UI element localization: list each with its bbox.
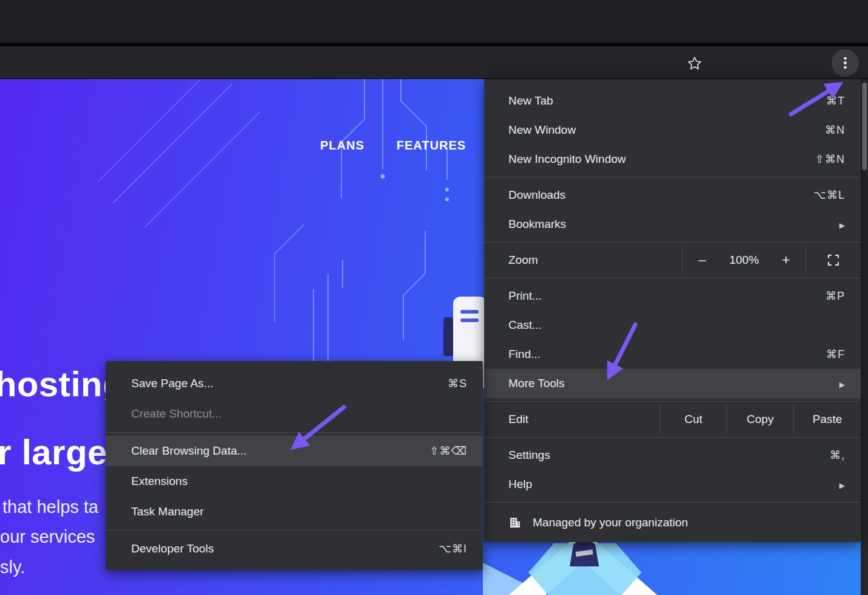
menu-item-label: Settings [508, 449, 550, 462]
menu-item-label: Find... [508, 348, 541, 361]
edit-paste-button[interactable]: Paste [793, 405, 861, 434]
menu-item-label: Help [508, 478, 532, 491]
fullscreen-icon [827, 253, 840, 267]
menu-item-downloads[interactable]: Downloads ⌥⌘L [484, 181, 861, 210]
menu-item-help[interactable]: Help [484, 470, 861, 499]
menu-item-label: Clear Browsing Data... [131, 444, 247, 458]
browser-menu-button[interactable] [832, 49, 859, 77]
edit-label: Edit [508, 413, 528, 426]
menu-item-shortcut: ⌘T [826, 94, 845, 108]
menu-item-shortcut: ⌥⌘I [439, 542, 467, 555]
menu-separator [484, 177, 861, 177]
menu-item-cast[interactable]: Cast... [484, 311, 861, 340]
menu-separator [106, 432, 483, 433]
menu-item-bookmarks[interactable]: Bookmarks [484, 210, 861, 239]
menu-item-label: New Incognito Window [508, 153, 626, 166]
star-outline-glyph [686, 55, 703, 72]
menu-item-label: Bookmarks [508, 218, 566, 231]
submenu-item-clear-browsing-data[interactable]: Clear Browsing Data... ⇧⌘⌫ [106, 436, 483, 466]
fullscreen-button[interactable] [806, 246, 861, 275]
menu-item-shortcut: ⌘F [826, 348, 845, 361]
menu-item-new-tab[interactable]: New Tab ⌘T [484, 86, 861, 115]
chevron-right-icon [839, 377, 845, 390]
page-scrollbar-track[interactable] [861, 79, 868, 595]
menu-separator [484, 437, 861, 438]
menu-item-label: Managed by your organization [533, 516, 688, 529]
organization-building-icon [508, 516, 522, 529]
menu-item-shortcut: ⌘P [825, 289, 845, 303]
zoom-label: Zoom [508, 253, 538, 267]
menu-item-label: Developer Tools [131, 542, 214, 555]
submenu-item-extensions[interactable]: Extensions [106, 466, 483, 497]
bookmark-star-icon[interactable] [685, 53, 704, 73]
menu-item-new-window[interactable]: New Window ⌘N [484, 115, 861, 145]
menu-item-label: New Tab [508, 94, 553, 108]
menu-item-label: More Tools [508, 377, 565, 390]
menu-item-label: New Window [508, 123, 576, 137]
submenu-item-create-shortcut: Create Shortcut... [106, 399, 483, 429]
menu-item-more-tools[interactable]: More Tools [484, 369, 861, 398]
menu-item-label: Save Page As... [131, 377, 213, 390]
hero-heading-line2: r large [0, 432, 108, 472]
menu-item-shortcut: ⌘, [830, 449, 845, 462]
menu-item-new-incognito-window[interactable]: New Incognito Window ⇧⌘N [484, 145, 861, 174]
zoom-level-value: 100% [722, 253, 767, 267]
menu-item-managed-by-organization[interactable]: Managed by your organization [484, 506, 861, 540]
menu-item-shortcut: ⌘S [448, 377, 467, 390]
more-tools-submenu: Save Page As... ⌘S Create Shortcut... Cl… [106, 361, 483, 570]
zoom-out-button[interactable]: – [683, 246, 722, 275]
menu-item-label: Create Shortcut... [131, 407, 222, 421]
submenu-item-save-page-as[interactable]: Save Page As... ⌘S [106, 368, 483, 399]
kebab-dot [844, 61, 847, 64]
menu-separator [484, 242, 861, 242]
menu-item-shortcut: ⌥⌘L [813, 188, 845, 202]
edit-cut-button[interactable]: Cut [660, 405, 726, 434]
menu-separator [484, 401, 861, 402]
submenu-item-developer-tools[interactable]: Developer Tools ⌥⌘I [106, 534, 483, 564]
site-nav: PLANS FEATURES [320, 139, 466, 153]
browser-toolbar [0, 46, 868, 79]
browser-tab-strip [0, 0, 868, 44]
chevron-right-icon [839, 218, 845, 231]
menu-item-label: Cast... [508, 318, 542, 332]
menu-item-shortcut: ⌘N [825, 123, 845, 137]
menu-item-shortcut: ⇧⌘⌫ [429, 444, 467, 458]
kebab-dot [844, 66, 847, 69]
hero-paragraph-line1: that helps ta [2, 497, 98, 517]
menu-item-edit: Edit Cut Copy Paste [484, 405, 861, 434]
chevron-right-icon [839, 478, 845, 491]
menu-item-settings[interactable]: Settings ⌘, [484, 441, 861, 470]
menu-item-find[interactable]: Find... ⌘F [484, 340, 861, 369]
hero-paragraph-line2: our services [0, 527, 95, 547]
menu-item-label: Extensions [131, 475, 188, 488]
menu-separator [484, 278, 861, 278]
zoom-in-button[interactable]: + [767, 246, 805, 275]
page-scrollbar-thumb[interactable] [862, 83, 867, 170]
menu-item-label: Print... [508, 289, 542, 303]
kebab-dot [844, 57, 847, 60]
edit-copy-button[interactable]: Copy [726, 405, 793, 434]
nav-plans-link[interactable]: PLANS [320, 139, 364, 153]
menu-separator [106, 530, 483, 531]
hero-paragraph-line3: sly. [0, 557, 25, 577]
menu-item-label: Task Manager [131, 505, 203, 518]
menu-item-label: Downloads [508, 188, 566, 202]
chrome-main-menu: New Tab ⌘T New Window ⌘N New Incognito W… [484, 79, 861, 542]
edit-actions: Cut Copy Paste [660, 405, 861, 434]
nav-features-link[interactable]: FEATURES [397, 139, 466, 153]
menu-item-zoom: Zoom – 100% + [484, 246, 861, 275]
zoom-controls: – 100% + [682, 246, 861, 275]
menu-separator [484, 502, 861, 503]
submenu-item-task-manager[interactable]: Task Manager [106, 497, 483, 527]
menu-item-print[interactable]: Print... ⌘P [484, 281, 861, 311]
menu-item-shortcut: ⇧⌘N [815, 153, 845, 166]
